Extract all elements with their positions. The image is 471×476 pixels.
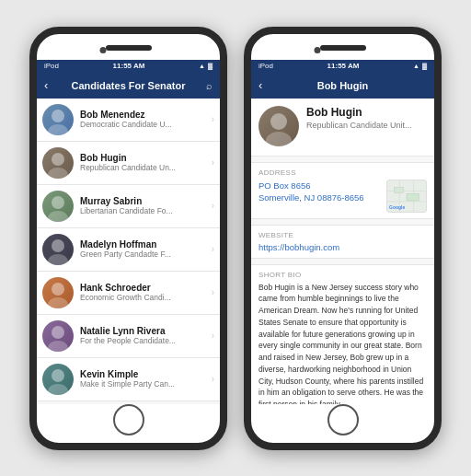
candidate-party: For the People Candidate...	[80, 336, 205, 345]
candidate-info: Bob Menendez Democratic Candidate U...	[80, 110, 205, 129]
camera-dot-2	[314, 47, 320, 53]
back-button-1[interactable]: ‹	[44, 78, 57, 92]
nav-bar-2: ‹ Bob Hugin	[251, 73, 434, 99]
list-item[interactable]: Murray Sabrin Libertarian Candidate Fo..…	[37, 185, 220, 228]
candidate-party: Economic Growth Candi...	[80, 293, 205, 302]
signal-2: ▲	[413, 63, 419, 69]
avatar-face	[42, 147, 74, 179]
candidate-info: Murray Sabrin Libertarian Candidate Fo..…	[80, 196, 205, 215]
avatar-face	[42, 277, 74, 308]
nav-bar-1: ‹ Candidates For Senator ⌕	[37, 73, 220, 99]
list-item[interactable]: Madelyn Hoffman Green Party Candadte F..…	[37, 228, 220, 272]
candidate-avatar	[42, 277, 74, 308]
candidate-avatar	[42, 147, 74, 179]
website-section: Website https://bobhugin.com	[251, 225, 434, 259]
address-section: Address PO Box 8656 Somerville, NJ 08876…	[251, 162, 434, 219]
phone-detail: iPod 11:55 AM ▲ ▓ ‹ Bob Hugin	[244, 27, 442, 450]
candidate-avatar	[42, 364, 74, 395]
candidate-info: Hank Schroeder Economic Growth Candi...	[80, 283, 205, 302]
avatar-svg	[258, 106, 299, 146]
address-label: Address	[258, 168, 427, 177]
carrier-2: iPod	[258, 62, 273, 70]
candidate-info: Madelyn Hoffman Green Party Candadte F..…	[80, 239, 205, 259]
svg-point-12	[52, 369, 64, 382]
svg-point-11	[48, 341, 68, 352]
detail-candidate-name: Bob Hugin	[306, 106, 412, 119]
svg-point-15	[266, 132, 292, 146]
battery-2: ▓	[422, 63, 427, 69]
nav-title-2: Bob Hugin	[271, 80, 414, 91]
candidate-party: Democratic Candidate U...	[80, 120, 205, 129]
website-link[interactable]: https://bobhugin.com	[258, 242, 427, 252]
avatar-face	[42, 191, 74, 222]
back-button-2[interactable]: ‹	[258, 78, 271, 92]
avatar-face	[42, 364, 74, 395]
detail-avatar	[258, 106, 299, 146]
chevron-right-icon: ›	[212, 201, 214, 211]
website-label: Website	[258, 231, 427, 239]
candidate-name: Madelyn Hoffman	[80, 239, 205, 250]
status-bar-1: iPod 11:55 AM ▲ ▓	[37, 60, 220, 73]
detail-info: Bob Hugin Republican Candidate Unit...	[306, 106, 412, 130]
svg-rect-21	[395, 187, 404, 192]
candidate-list: Bob Menendez Democratic Candidate U... ›…	[37, 99, 220, 404]
candidate-name: Hank Schroeder	[80, 283, 205, 293]
candidate-name: Murray Sabrin	[80, 196, 205, 206]
candidate-party: Republican Candidate Un...	[80, 163, 205, 172]
battery-1: ▓	[208, 63, 213, 69]
list-item[interactable]: Hank Schroeder Economic Growth Candi... …	[37, 272, 220, 315]
chevron-right-icon: ›	[212, 114, 214, 124]
chevron-right-icon: ›	[212, 374, 214, 384]
list-item[interactable]: Natalie Lynn Rivera For the People Candi…	[37, 315, 220, 358]
svg-point-7	[48, 254, 68, 265]
detail-header: Bob Hugin Republican Candidate Unit...	[251, 99, 434, 157]
svg-point-10	[52, 326, 64, 339]
candidate-info: Natalie Lynn Rivera For the People Candi…	[80, 326, 205, 345]
search-button-1[interactable]: ⌕	[200, 80, 213, 91]
address-line1: PO Box 8656	[258, 180, 364, 192]
svg-point-3	[48, 168, 68, 179]
candidate-name: Bob Hugin	[80, 153, 205, 163]
candidate-party: Libertarian Candidate Fo...	[80, 206, 205, 215]
camera-dot	[99, 47, 106, 53]
nav-title-1: Candidates For Senator	[57, 80, 200, 91]
candidate-name: Bob Menendez	[80, 110, 205, 120]
bio-text: Bob Hugin is a New Jersey success story …	[258, 282, 427, 404]
svg-point-4	[52, 196, 64, 209]
google-label: Google	[389, 204, 405, 210]
carrier-1: iPod	[44, 62, 59, 70]
svg-point-13	[48, 384, 68, 395]
candidate-name: Kevin Kimple	[80, 369, 205, 379]
screen-detail: iPod 11:55 AM ▲ ▓ ‹ Bob Hugin	[251, 60, 434, 404]
status-bar-2: iPod 11:55 AM ▲ ▓	[251, 60, 434, 73]
svg-point-0	[52, 110, 64, 122]
candidate-avatar	[42, 320, 74, 352]
svg-point-5	[48, 211, 68, 222]
list-item[interactable]: Bob Menendez Democratic Candidate U... ›	[37, 99, 220, 142]
chevron-right-icon: ›	[212, 331, 214, 341]
screen-candidates: iPod 11:55 AM ▲ ▓ ‹ Candidates For Senat…	[37, 60, 220, 404]
time-2: 11:55 AM	[327, 62, 360, 70]
phone-candidates: iPod 11:55 AM ▲ ▓ ‹ Candidates For Senat…	[29, 27, 227, 450]
avatar-face	[42, 320, 74, 352]
candidate-avatar	[42, 191, 74, 222]
candidate-avatar	[42, 234, 74, 265]
status-right-2: ▲ ▓	[413, 63, 427, 69]
avatar-face	[42, 234, 74, 265]
svg-point-2	[52, 153, 64, 166]
candidate-info: Bob Hugin Republican Candidate Un...	[80, 153, 205, 172]
list-item[interactable]: Kevin Kimple Make it Simple Party Can...…	[37, 358, 220, 401]
time-1: 11:55 AM	[113, 62, 145, 70]
candidate-party: Make it Simple Party Can...	[80, 379, 205, 389]
avatar-face	[42, 104, 74, 135]
list-item[interactable]: Bob Hugin Republican Candidate Un... ›	[37, 142, 220, 185]
chevron-right-icon: ›	[212, 287, 214, 297]
svg-point-8	[52, 283, 64, 296]
chevron-right-icon: ›	[212, 244, 214, 254]
address-text: PO Box 8656 Somerville, NJ 08876-8656	[258, 180, 364, 204]
address-line2: Somerville, NJ 08876-8656	[258, 192, 364, 203]
address-row: PO Box 8656 Somerville, NJ 08876-8656	[258, 180, 427, 213]
candidate-info: Kevin Kimple Make it Simple Party Can...	[80, 369, 205, 389]
map-thumbnail[interactable]: Google	[386, 180, 427, 213]
bio-section: Short Bio Bob Hugin is a New Jersey succ…	[251, 264, 434, 404]
